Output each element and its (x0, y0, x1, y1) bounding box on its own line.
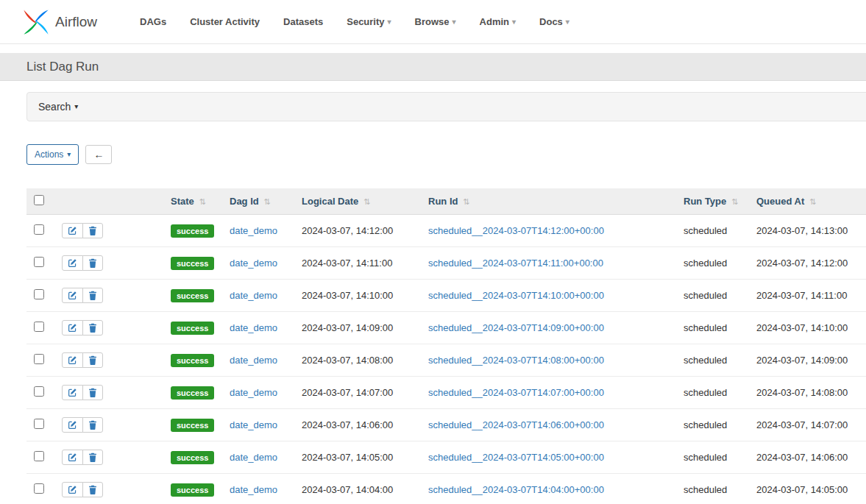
run-id-link[interactable]: scheduled__2024-03-07T14:06:00+00:00 (428, 419, 604, 430)
run-type-cell: scheduled (676, 344, 749, 377)
column-header-run-id[interactable]: Run Id ⇅ (421, 188, 676, 215)
dag-id-link[interactable]: date_demo (230, 387, 277, 398)
delete-row-button[interactable] (82, 450, 103, 465)
sort-icon[interactable]: ⇅ (263, 197, 270, 206)
dag-id-cell: date_demo (222, 474, 294, 504)
sort-icon[interactable]: ⇅ (731, 197, 738, 206)
delete-row-button[interactable] (82, 255, 103, 271)
run-id-cell: scheduled__2024-03-07T14:10:00+00:00 (421, 280, 676, 312)
status-badge: success (171, 419, 214, 432)
table-row: success date_demo 2024-03-07, 14:09:00 s… (26, 312, 866, 344)
table-row: success date_demo 2024-03-07, 14:07:00 s… (26, 377, 866, 409)
edit-row-button[interactable] (62, 320, 83, 336)
sort-icon[interactable]: ⇅ (809, 197, 816, 206)
delete-row-button[interactable] (82, 288, 103, 303)
edit-row-button[interactable] (62, 385, 83, 400)
dag-id-link[interactable]: date_demo (230, 225, 277, 236)
run-id-cell: scheduled__2024-03-07T14:04:00+00:00 (421, 474, 676, 504)
nav-item-browse[interactable]: Browse ▾ (403, 9, 468, 35)
select-all-checkbox[interactable] (34, 195, 44, 205)
page-title: List Dag Run (26, 60, 99, 74)
run-id-link[interactable]: scheduled__2024-03-07T14:08:00+00:00 (428, 355, 604, 366)
run-id-link[interactable]: scheduled__2024-03-07T14:10:00+00:00 (428, 290, 604, 301)
dag-id-cell: date_demo (222, 409, 294, 441)
actions-dropdown-button[interactable]: Actions ▾ (26, 144, 79, 165)
brand[interactable]: Airflow (22, 8, 97, 36)
delete-row-button[interactable] (82, 417, 103, 433)
column-header-run-type[interactable]: Run Type ⇅ (676, 188, 749, 215)
state-cell: success (163, 441, 222, 474)
delete-row-button[interactable] (82, 320, 103, 336)
edit-row-button[interactable] (62, 450, 83, 465)
dag-id-link[interactable]: date_demo (230, 484, 277, 495)
status-badge: success (171, 483, 214, 497)
edit-row-button[interactable] (62, 255, 83, 271)
dag-id-link[interactable]: date_demo (230, 419, 277, 430)
nav-item-docs[interactable]: Docs ▾ (528, 9, 581, 35)
dag-id-link[interactable]: date_demo (230, 322, 277, 333)
row-checkbox[interactable] (34, 224, 44, 235)
sort-icon[interactable]: ⇅ (363, 197, 370, 206)
table-row: success date_demo 2024-03-07, 14:05:00 s… (26, 441, 866, 474)
run-id-link[interactable]: scheduled__2024-03-07T14:09:00+00:00 (428, 322, 604, 333)
run-id-link[interactable]: scheduled__2024-03-07T14:04:00+00:00 (428, 484, 604, 495)
run-id-cell: scheduled__2024-03-07T14:12:00+00:00 (421, 215, 676, 247)
edit-row-button[interactable] (62, 417, 83, 433)
delete-row-button[interactable] (82, 352, 103, 368)
search-collapse-panel[interactable]: Search ▾ (26, 92, 866, 121)
logical-date-cell: 2024-03-07, 14:11:00 (294, 247, 421, 280)
row-checkbox[interactable] (34, 451, 44, 461)
run-id-cell: scheduled__2024-03-07T14:05:00+00:00 (421, 441, 676, 474)
logical-date-cell: 2024-03-07, 14:09:00 (294, 312, 421, 344)
logical-date-cell: 2024-03-07, 14:10:00 (294, 280, 421, 312)
row-actions-cell (54, 344, 163, 377)
column-header-queued-at[interactable]: Queued At ⇅ (749, 188, 866, 215)
nav-item-security[interactable]: Security ▾ (335, 9, 402, 35)
edit-row-button[interactable] (62, 482, 83, 497)
trash-icon (88, 258, 97, 268)
run-id-cell: scheduled__2024-03-07T14:08:00+00:00 (421, 344, 676, 377)
row-checkbox[interactable] (34, 419, 44, 429)
row-checkbox[interactable] (34, 322, 44, 332)
row-actions-cell (54, 280, 163, 312)
status-badge: success (171, 257, 214, 270)
sort-icon[interactable]: ⇅ (463, 197, 469, 206)
queued-at-cell: 2024-03-07, 14:05:00 (749, 474, 866, 504)
column-header-logical-date[interactable]: Logical Date ⇅ (294, 188, 421, 215)
nav-item-admin[interactable]: Admin ▾ (468, 9, 528, 35)
column-header-state[interactable]: State ⇅ (163, 188, 222, 215)
dag-id-link[interactable]: date_demo (230, 355, 277, 366)
run-id-link[interactable]: scheduled__2024-03-07T14:12:00+00:00 (428, 225, 604, 236)
row-actions-header (54, 188, 163, 215)
delete-row-button[interactable] (82, 482, 103, 497)
row-checkbox[interactable] (34, 257, 44, 267)
run-id-link[interactable]: scheduled__2024-03-07T14:05:00+00:00 (428, 452, 604, 463)
row-checkbox[interactable] (34, 386, 44, 397)
row-checkbox[interactable] (34, 483, 44, 494)
sort-icon[interactable]: ⇅ (199, 197, 205, 206)
row-select-cell (26, 247, 54, 280)
column-header-dag-id[interactable]: Dag Id ⇅ (222, 188, 294, 215)
row-checkbox[interactable] (34, 354, 44, 364)
table-row: success date_demo 2024-03-07, 14:08:00 s… (26, 344, 866, 377)
run-id-link[interactable]: scheduled__2024-03-07T14:11:00+00:00 (428, 258, 603, 269)
delete-row-button[interactable] (82, 385, 103, 400)
row-checkbox[interactable] (34, 289, 44, 299)
queued-at-cell: 2024-03-07, 14:13:00 (749, 215, 866, 247)
edit-icon (68, 258, 77, 268)
edit-row-button[interactable] (62, 288, 83, 303)
nav-item-dags[interactable]: DAGs (128, 9, 178, 35)
delete-row-button[interactable] (82, 223, 103, 238)
nav-item-datasets[interactable]: Datasets (271, 9, 335, 35)
run-id-cell: scheduled__2024-03-07T14:09:00+00:00 (421, 312, 676, 344)
status-badge: success (171, 386, 214, 400)
dag-id-link[interactable]: date_demo (230, 258, 277, 269)
edit-row-button[interactable] (62, 223, 83, 238)
edit-icon (68, 452, 77, 462)
edit-row-button[interactable] (62, 352, 83, 368)
nav-item-cluster-activity[interactable]: Cluster Activity (178, 9, 271, 35)
back-button[interactable]: ← (85, 145, 112, 164)
run-id-link[interactable]: scheduled__2024-03-07T14:07:00+00:00 (428, 387, 604, 398)
dag-id-link[interactable]: date_demo (230, 290, 277, 301)
dag-id-link[interactable]: date_demo (230, 452, 277, 463)
